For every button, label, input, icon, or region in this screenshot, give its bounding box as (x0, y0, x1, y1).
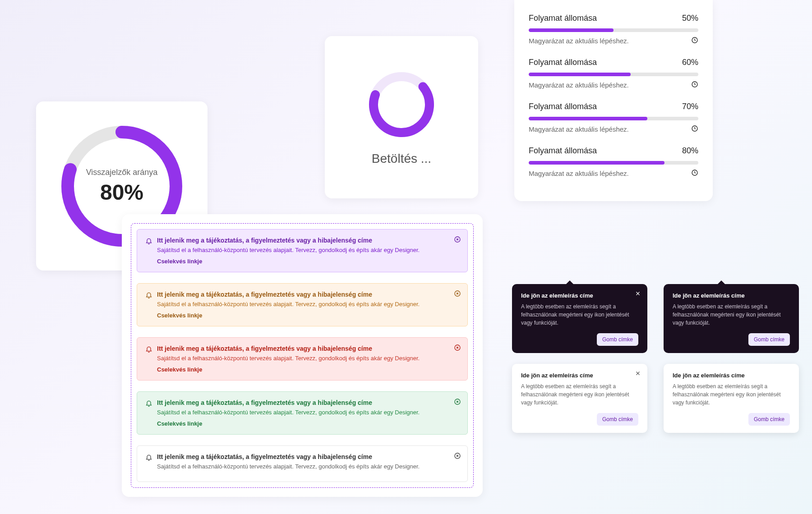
tooltip-grid: Ide jön az elemleírás címeA legtöbb eset… (512, 284, 812, 433)
clock-icon (691, 37, 698, 45)
tooltip-desc: A legtöbb esetben az elemleírás segít a … (673, 382, 790, 407)
progress-desc: Magyarázat az aktuális lépéshez. (529, 125, 629, 133)
progress-bar (529, 161, 698, 165)
progress-item: Folyamat állomása80%Magyarázat az aktuál… (529, 146, 698, 178)
close-icon[interactable] (454, 290, 461, 297)
close-icon[interactable] (635, 290, 641, 297)
progress-percent: 60% (682, 58, 698, 67)
progress-title: Folyamat állomása (529, 14, 597, 23)
progress-item: Folyamat állomása70%Magyarázat az aktuál… (529, 102, 698, 133)
tooltip-desc: A legtöbb esetben az elemleírás segít a … (673, 303, 790, 327)
tooltip-dark: Ide jön az elemleírás címeA legtöbb eset… (664, 284, 799, 353)
progress-percent: 70% (682, 102, 698, 111)
bell-icon (145, 345, 152, 353)
progress-title: Folyamat állomása (529, 102, 597, 111)
alert-gray: Itt jelenik meg a tájékoztatás, a figyel… (137, 445, 468, 482)
loading-label: Betöltés ... (372, 151, 431, 166)
progress-item: Folyamat állomása50%Magyarázat az aktuál… (529, 14, 698, 45)
alert-title: Itt jelenik meg a tájékoztatás, a figyel… (157, 237, 459, 244)
tooltip-button[interactable]: Gomb címke (597, 333, 638, 346)
alerts-panel: Itt jelenik meg a tájékoztatás, a figyel… (122, 214, 483, 497)
clock-icon (691, 169, 698, 178)
tooltip-light: Ide jön az elemleírás címeA legtöbb eset… (512, 364, 647, 433)
progress-desc: Magyarázat az aktuális lépéshez. (529, 81, 629, 89)
alert-title: Itt jelenik meg a tájékoztatás, a figyel… (157, 345, 459, 352)
tooltip-title: Ide jön az elemleírás címe (521, 372, 638, 379)
bell-icon (145, 399, 152, 407)
alert-action-link[interactable]: Cselekvés linkje (157, 420, 459, 427)
alert-desc: Sajátítsd el a felhasználó-központú terv… (157, 247, 459, 253)
progress-percent: 50% (682, 14, 698, 23)
clock-icon (691, 81, 698, 89)
alert-desc: Sajátítsd el a felhasználó-központú terv… (157, 301, 459, 307)
close-icon[interactable] (454, 398, 461, 405)
close-icon[interactable] (454, 452, 461, 459)
close-icon[interactable] (454, 344, 461, 351)
close-icon[interactable] (454, 236, 461, 243)
alert-red: Itt jelenik meg a tájékoztatás, a figyel… (137, 337, 468, 381)
tooltip-light: Ide jön az elemleírás címeA legtöbb eset… (664, 364, 799, 433)
tooltip-button[interactable]: Gomb címke (597, 413, 638, 426)
tooltip-desc: A legtöbb esetben az elemleírás segít a … (521, 382, 638, 407)
progress-bar (529, 117, 698, 120)
progress-panel: Folyamat állomása50%Magyarázat az aktuál… (514, 0, 713, 201)
alert-action-link[interactable]: Cselekvés linkje (157, 366, 459, 373)
loading-card: Betöltés ... (325, 36, 478, 198)
progress-desc: Magyarázat az aktuális lépéshez. (529, 37, 629, 45)
alert-purple: Itt jelenik meg a tájékoztatás, a figyel… (137, 229, 468, 272)
alert-desc: Sajátítsd el a felhasználó-központú terv… (157, 409, 459, 416)
progress-desc: Magyarázat az aktuális lépéshez. (529, 170, 629, 177)
alert-action-link[interactable]: Cselekvés linkje (157, 258, 459, 265)
alert-desc: Sajátítsd el a felhasználó-központú terv… (157, 463, 459, 470)
close-icon[interactable] (635, 370, 641, 376)
tooltip-title: Ide jön az elemleírás címe (521, 292, 638, 299)
alert-title: Itt jelenik meg a tájékoztatás, a figyel… (157, 453, 459, 460)
bell-icon (145, 291, 152, 298)
clock-icon (691, 125, 698, 133)
bell-icon (145, 237, 152, 244)
alert-title: Itt jelenik meg a tájékoztatás, a figyel… (157, 291, 459, 298)
tooltip-desc: A legtöbb esetben az elemleírás segít a … (521, 303, 638, 327)
alert-title: Itt jelenik meg a tájékoztatás, a figyel… (157, 399, 459, 406)
tooltip-button[interactable]: Gomb címke (748, 333, 790, 346)
progress-bar (529, 73, 698, 76)
progress-item: Folyamat állomása60%Magyarázat az aktuál… (529, 58, 698, 89)
tooltip-title: Ide jön az elemleírás címe (673, 372, 790, 379)
alerts-list: Itt jelenik meg a tájékoztatás, a figyel… (131, 223, 474, 488)
tooltip-title: Ide jön az elemleírás címe (673, 292, 790, 299)
spinner-icon (365, 69, 438, 141)
tooltip-dark: Ide jön az elemleírás címeA legtöbb eset… (512, 284, 647, 353)
alert-desc: Sajátítsd el a felhasználó-központú terv… (157, 355, 459, 362)
tooltip-button[interactable]: Gomb címke (748, 413, 790, 426)
progress-bar (529, 28, 698, 32)
alert-action-link[interactable]: Cselekvés linkje (157, 312, 459, 319)
alert-green: Itt jelenik meg a tájékoztatás, a figyel… (137, 391, 468, 435)
progress-title: Folyamat állomása (529, 146, 597, 156)
bell-icon (145, 454, 152, 461)
progress-percent: 80% (682, 146, 698, 156)
alert-orange: Itt jelenik meg a tájékoztatás, a figyel… (137, 283, 468, 326)
donut-label: Visszajelzők aránya (86, 168, 158, 177)
progress-title: Folyamat állomása (529, 58, 597, 67)
donut-value: 80% (100, 180, 143, 205)
